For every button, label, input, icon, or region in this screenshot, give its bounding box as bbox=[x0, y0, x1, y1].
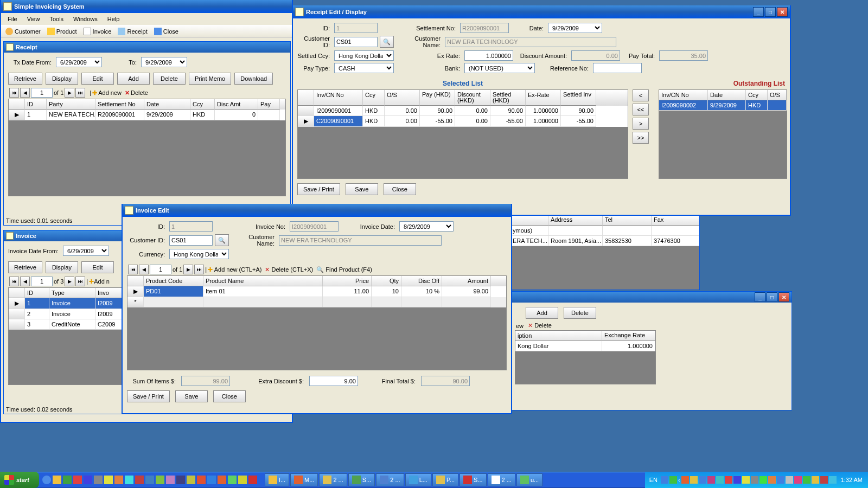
table-row[interactable]: I20090900029/29/2009HKD bbox=[659, 100, 787, 111]
app-icon[interactable] bbox=[176, 476, 185, 484]
tray-icon[interactable] bbox=[716, 476, 724, 484]
task-button[interactable]: 2 ... bbox=[319, 473, 347, 486]
tb-customer[interactable]: Customer bbox=[3, 27, 43, 36]
table-row[interactable]: ▶ 1 NEW ERA TECH... R2009090001 9/29/200… bbox=[9, 110, 285, 120]
reference-no-field[interactable] bbox=[593, 63, 642, 73]
tray-icon[interactable] bbox=[733, 476, 741, 484]
start-button[interactable]: start bbox=[0, 472, 39, 488]
tray-icon[interactable] bbox=[786, 476, 793, 484]
nav-prev[interactable]: ◀ bbox=[20, 277, 30, 286]
nav-position[interactable] bbox=[31, 88, 53, 98]
nav-last[interactable]: ⏭ bbox=[75, 277, 85, 286]
close-button[interactable]: ✕ bbox=[777, 7, 788, 17]
table-row[interactable]: ▶C2009090001HKD0.00-55.000.00-55.001.000… bbox=[298, 116, 628, 127]
nav-next[interactable]: ▶ bbox=[65, 88, 74, 98]
nav-add-new[interactable]: ✚Add n bbox=[89, 278, 110, 285]
menu-file[interactable]: File bbox=[3, 15, 22, 23]
selected-list-grid[interactable]: Inv/CN No Ccy O/S Pay (HKD) Discount (HK… bbox=[297, 89, 628, 179]
nav-first[interactable]: ⏮ bbox=[9, 277, 19, 286]
nav-prev[interactable]: ◀ bbox=[139, 265, 149, 274]
ex-rate-field[interactable] bbox=[464, 50, 513, 61]
find-customer-button[interactable]: 🔍 bbox=[215, 234, 229, 246]
nav-delete[interactable]: ✕ Delete bbox=[528, 322, 552, 329]
maximize-button[interactable]: □ bbox=[767, 292, 777, 302]
app-icon[interactable] bbox=[207, 476, 216, 484]
nav-next[interactable]: ▶ bbox=[65, 277, 74, 286]
tray-icon[interactable] bbox=[681, 476, 689, 484]
app-icon[interactable] bbox=[156, 476, 164, 484]
ie-icon[interactable] bbox=[42, 476, 51, 484]
table-row[interactable]: ERA TECH...Room 1901, Asia...35832530374… bbox=[510, 236, 699, 246]
outstanding-list-grid[interactable]: Inv/CN No Date Ccy O/S I20090900029/29/2… bbox=[659, 89, 787, 179]
delete-button[interactable]: Delete bbox=[153, 73, 186, 85]
menu-windows[interactable]: Windows bbox=[69, 15, 102, 23]
nav-position[interactable] bbox=[150, 265, 171, 274]
nav-add-new[interactable]: ✚ Add new (CTL+A) bbox=[208, 266, 261, 273]
task-button[interactable]: 2 ... bbox=[488, 473, 515, 486]
nav-prev[interactable]: ◀ bbox=[20, 88, 30, 98]
receipt-grid[interactable]: ID Party Settlement No Date Ccy Disc Amt… bbox=[8, 99, 286, 196]
currency-field[interactable]: Hong Kong Dollar bbox=[169, 249, 229, 259]
task-button[interactable]: S... bbox=[459, 473, 487, 486]
tray-icon[interactable] bbox=[812, 476, 819, 484]
app-icon[interactable] bbox=[73, 476, 82, 484]
inv-display-button[interactable]: Display bbox=[46, 261, 78, 273]
move-right-button[interactable]: > bbox=[633, 118, 649, 130]
table-row[interactable]: Kong Dollar1.000000 bbox=[515, 341, 655, 351]
menu-tools[interactable]: Tools bbox=[45, 15, 68, 23]
task-button[interactable]: L... bbox=[405, 473, 431, 486]
app-icon[interactable] bbox=[94, 476, 103, 484]
app-icon[interactable] bbox=[104, 476, 113, 484]
tray-icon[interactable] bbox=[690, 476, 698, 484]
app-icon[interactable] bbox=[145, 476, 154, 484]
app-icon[interactable] bbox=[63, 476, 72, 484]
table-row[interactable]: ▶1InvoiceI2009 bbox=[9, 298, 123, 309]
clock[interactable]: 1:32 AM bbox=[838, 477, 866, 483]
pay-type-field[interactable]: CASH bbox=[334, 63, 394, 73]
app-icon[interactable] bbox=[228, 476, 237, 484]
task-button[interactable]: u... bbox=[516, 473, 542, 486]
extra-discount-field[interactable] bbox=[309, 376, 358, 386]
customer-id-field[interactable] bbox=[334, 37, 378, 47]
table-row[interactable]: 2InvoiceI2009 bbox=[9, 309, 123, 319]
download-button[interactable]: Download bbox=[234, 73, 273, 85]
inv-edit-button[interactable]: Edit bbox=[81, 261, 114, 273]
table-row[interactable]: I2009090001HKD0.0090.000.0090.001.000000… bbox=[298, 106, 628, 116]
save-button[interactable]: Save bbox=[175, 390, 208, 402]
move-all-left-button[interactable]: << bbox=[633, 104, 649, 115]
table-row-new[interactable]: * bbox=[127, 297, 506, 307]
nav-position[interactable] bbox=[31, 277, 53, 286]
invoice-date-field[interactable]: 8/29/2009 bbox=[399, 221, 454, 232]
tray-icon[interactable] bbox=[725, 476, 732, 484]
app-icon[interactable] bbox=[166, 476, 175, 484]
app-icon[interactable] bbox=[187, 476, 195, 484]
maximize-button[interactable]: □ bbox=[765, 7, 776, 17]
date-field[interactable]: 9/29/2009 bbox=[548, 23, 602, 33]
close-button[interactable]: ✕ bbox=[778, 292, 789, 302]
task-button[interactable]: I... bbox=[265, 473, 289, 486]
add-button[interactable]: Add bbox=[117, 73, 150, 85]
language-indicator[interactable]: EN bbox=[647, 477, 660, 483]
app-icon[interactable] bbox=[84, 476, 92, 484]
task-button[interactable]: P... bbox=[432, 473, 458, 486]
nav-next[interactable]: ▶ bbox=[183, 265, 193, 274]
tray-icon[interactable] bbox=[760, 476, 767, 484]
table-row[interactable]: 3CreditNoteC2009 bbox=[9, 319, 123, 330]
app-icon[interactable] bbox=[125, 476, 133, 484]
tb-receipt[interactable]: Receipt bbox=[116, 27, 149, 36]
tray-icon[interactable] bbox=[707, 476, 715, 484]
menu-help[interactable]: Help bbox=[103, 15, 124, 23]
tray-icon[interactable] bbox=[820, 476, 828, 484]
tray-icon[interactable] bbox=[751, 476, 758, 484]
save-button[interactable]: Save bbox=[346, 183, 378, 195]
display-button[interactable]: Display bbox=[46, 73, 78, 85]
nav-find-product[interactable]: 🔍 Find Product (F4) bbox=[316, 266, 372, 273]
tx-date-to[interactable]: 9/29/2009 bbox=[141, 57, 187, 67]
nav-delete[interactable]: ✕Delete bbox=[125, 89, 148, 97]
task-button[interactable]: 2 ... bbox=[376, 473, 404, 486]
move-all-right-button[interactable]: >> bbox=[633, 132, 649, 144]
settled-ccy-field[interactable]: Hong Kong Dollar bbox=[334, 50, 394, 61]
app-icon[interactable] bbox=[238, 476, 247, 484]
app-icon[interactable] bbox=[114, 476, 123, 484]
task-button[interactable]: S... bbox=[348, 473, 375, 486]
